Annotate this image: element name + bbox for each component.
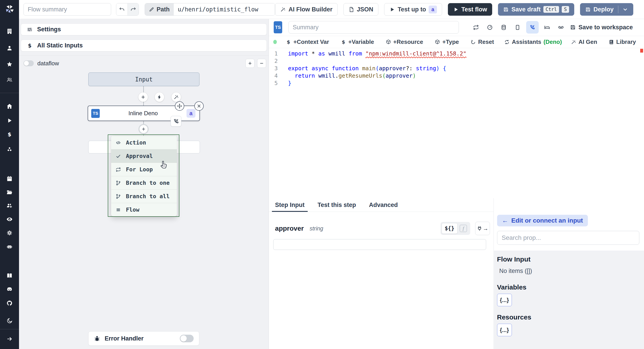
cache-button[interactable] bbox=[498, 22, 509, 33]
line-number: 1 bbox=[271, 50, 278, 57]
code-line: 2 bbox=[269, 57, 644, 65]
sidebar-item[interactable] bbox=[0, 118, 19, 124]
sidebar-item[interactable] bbox=[0, 132, 19, 138]
deploy-dropdown[interactable] bbox=[618, 6, 628, 13]
flow-summary-input[interactable] bbox=[24, 3, 111, 16]
error-handler-toggle[interactable] bbox=[180, 335, 194, 342]
ai-gen-button[interactable]: AI Gen bbox=[571, 39, 597, 46]
sidebar-item[interactable] bbox=[0, 216, 19, 222]
editor-action-button[interactable]: Reset bbox=[469, 38, 495, 46]
all-static-inputs-card[interactable]: All Static Inputs bbox=[21, 40, 267, 52]
menu-item[interactable]: Flow bbox=[111, 203, 177, 216]
sidebar-item[interactable] bbox=[0, 244, 19, 250]
resources-expand-button[interactable]: {...} bbox=[497, 324, 512, 336]
tab[interactable]: Step Input bbox=[275, 198, 304, 212]
input-node[interactable]: Input bbox=[88, 73, 200, 86]
sidebar-item[interactable] bbox=[0, 318, 19, 324]
assistants-button[interactable]: Assistants (Deno) bbox=[504, 39, 562, 46]
settings-card[interactable]: Settings bbox=[21, 24, 267, 35]
sidebar-item[interactable] bbox=[0, 273, 19, 279]
sidebar-item[interactable] bbox=[0, 329, 19, 329]
sleep-button[interactable] bbox=[542, 22, 552, 33]
play-icon bbox=[389, 7, 395, 12]
line-number: 5 bbox=[271, 80, 278, 86]
editor-action-button[interactable]: +Resource bbox=[384, 38, 425, 46]
insert-step-below-button[interactable] bbox=[138, 124, 149, 134]
expr-mode-button[interactable]: ${} bbox=[442, 223, 458, 234]
arrow-right-icon: → bbox=[483, 225, 488, 232]
search-prop-input[interactable] bbox=[497, 231, 639, 245]
insert-step-button[interactable] bbox=[138, 92, 148, 102]
concurrency-button[interactable] bbox=[484, 22, 495, 33]
lifetime-button[interactable] bbox=[556, 22, 566, 33]
step-id-badge: a bbox=[429, 6, 437, 14]
play-icon bbox=[6, 118, 12, 124]
sidebar-item[interactable] bbox=[0, 176, 19, 182]
sidebar-item[interactable] bbox=[0, 93, 19, 93]
json-button[interactable]: JSON bbox=[344, 3, 378, 16]
sidebar-item[interactable] bbox=[0, 189, 19, 195]
sidebar-item[interactable] bbox=[0, 29, 19, 35]
sidebar bbox=[0, 0, 19, 349]
sidebar-item[interactable] bbox=[0, 203, 19, 209]
redo-button[interactable] bbox=[128, 3, 139, 16]
menu-item[interactable]: Branch to one bbox=[111, 176, 177, 189]
save-draft-button[interactable]: Save draft Ctrl S bbox=[498, 3, 574, 16]
deploy-button[interactable]: Deploy bbox=[580, 3, 633, 16]
step-summary-input[interactable] bbox=[288, 21, 459, 34]
fn-mode-button[interactable]: f bbox=[460, 225, 467, 232]
menu-item[interactable]: Branch to all bbox=[111, 189, 177, 203]
save-to-workspace-button[interactable]: Save to workspace bbox=[570, 24, 633, 31]
bolt-icon bbox=[157, 94, 162, 100]
tab[interactable]: Test this step bbox=[318, 198, 356, 212]
sidebar-item[interactable] bbox=[0, 336, 19, 342]
kbd-ctrl: Ctrl bbox=[544, 6, 559, 13]
edit-or-connect-pill[interactable]: ← Edit or connect an input bbox=[497, 215, 588, 226]
variables-expand-button[interactable]: {...} bbox=[497, 294, 512, 306]
menu-item[interactable]: For Loop bbox=[111, 163, 177, 176]
retries-button[interactable] bbox=[471, 22, 482, 33]
sidebar-item[interactable] bbox=[0, 230, 19, 236]
editor-action-button[interactable]: +Type bbox=[433, 38, 460, 46]
editor-action-button[interactable]: +Context Var bbox=[284, 38, 330, 46]
sidebar-item[interactable] bbox=[0, 286, 19, 292]
code-icon bbox=[116, 140, 121, 145]
sidebar-item[interactable] bbox=[0, 45, 19, 51]
code-editor[interactable]: 1 import * as wmill from "npm:windmill-c… bbox=[269, 48, 644, 87]
sidebar-item[interactable] bbox=[0, 300, 19, 306]
menu-item[interactable]: Approval bbox=[111, 149, 177, 163]
move-node-handle[interactable] bbox=[175, 101, 184, 111]
ai-flow-builder-button[interactable]: AI Flow Builder bbox=[275, 3, 338, 16]
windmill-logo-icon[interactable] bbox=[0, 4, 19, 14]
refresh-icon bbox=[504, 39, 510, 45]
status-dot bbox=[273, 40, 277, 44]
voicemail-icon bbox=[558, 24, 564, 31]
sidebar-item[interactable] bbox=[0, 147, 19, 153]
tab[interactable]: Advanced bbox=[369, 198, 398, 212]
windmill-flow-builder: Path u/henri/optimistic_flow AI Flow Bui… bbox=[0, 0, 644, 349]
connect-input-button[interactable]: → bbox=[475, 222, 490, 235]
editor-action-button[interactable]: +Variable bbox=[340, 38, 376, 46]
dataflow-toggle[interactable] bbox=[24, 60, 34, 66]
robot-icon bbox=[6, 244, 12, 250]
test-up-to-button[interactable]: Test up to a bbox=[384, 3, 442, 16]
ai-suggest-button[interactable] bbox=[172, 92, 181, 102]
zoom-out-button[interactable] bbox=[257, 59, 266, 68]
test-flow-button[interactable]: Test flow bbox=[448, 3, 492, 16]
minus-icon bbox=[259, 61, 264, 66]
undo-button[interactable] bbox=[116, 3, 128, 16]
redo-icon bbox=[130, 7, 136, 12]
path-field[interactable]: Path u/henri/optimistic_flow bbox=[145, 3, 275, 16]
trigger-button[interactable] bbox=[155, 92, 164, 102]
menu-item[interactable]: Action bbox=[111, 136, 177, 149]
library-button[interactable]: Library bbox=[609, 39, 636, 46]
sidebar-item[interactable] bbox=[0, 61, 19, 67]
mock-button[interactable] bbox=[512, 22, 523, 33]
sidebar-item[interactable] bbox=[0, 103, 19, 109]
approver-value-input[interactable] bbox=[273, 239, 486, 250]
error-handler-card[interactable]: Error Handler bbox=[88, 331, 199, 346]
sidebar-item[interactable] bbox=[0, 77, 19, 83]
delete-node-button[interactable] bbox=[194, 101, 204, 111]
zoom-in-button[interactable] bbox=[246, 59, 254, 68]
suspend-approval-button[interactable] bbox=[526, 21, 539, 34]
